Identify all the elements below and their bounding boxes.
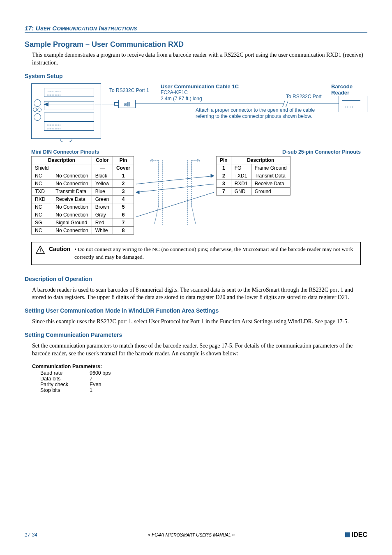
system-setup-diagram: ▫▫▫▫▫▫▫▫▫▫▫▫▫▫▫▫▫▫ ▫▫▫▫▫▫▫▫▫▫▫▫▫▫▫▫▫▫ To… [31,83,367,145]
svg-text:!: ! [39,247,41,253]
table-row: NCNo ConnectionGray6 [32,211,134,219]
pinout-wiring-icon [134,156,216,230]
dsub25-title: D-sub 25-pin Connector Pinouts [282,149,361,155]
plc-slot-icon [44,113,94,122]
page-footer: 17-34 « FC4A MICROSMART USER'S MANUAL » … [25,531,367,539]
chapter-title: USER COMMUNICATION INSTRUCTIONS [36,25,137,32]
list-item: Parity checkEven [40,382,367,387]
connector-box-icon: ⊞||| [118,100,136,108]
svg-marker-3 [136,191,139,194]
desc-op-body: A barcode reader is used to scan barcode… [32,286,367,302]
setting-comm-body: Set the communication parameters to matc… [32,342,367,358]
plc-slot-icon [44,101,94,110]
list-item: Stop bits1 [40,387,367,393]
table-row: NCNo ConnectionBlack1 [32,172,134,180]
table-row: 3RXD1Receive Data [217,180,291,187]
barcode-reader-icon: ▫▫▫▫ [339,96,367,112]
mini-din-title: Mini DIN Connector Pinouts [31,149,99,155]
port-small-circle-icon [37,108,42,112]
cable-break-icon [284,101,289,107]
caution-icon: ! [36,246,45,255]
desc-op-title: Description of Operation [25,276,367,282]
list-item: Baud rate9600 bps [40,370,367,376]
col-pin: Pin [217,156,231,164]
col-pin: Pin [113,156,134,164]
setting-mode-body: Since this example uses the RS232C port … [32,318,367,326]
svg-line-0 [136,176,214,184]
plc-slot-icon: ▫▫▫▫▫▫▫▫▫▫▫▫▫▫▫▫▫▫ [44,122,94,131]
table-row: 7GNDGround [217,187,291,195]
table-row: Shield—Cover [32,164,134,172]
table-row: NCNo ConnectionWhite8 [32,226,134,234]
table-row: NCNo ConnectionBrown5 [32,203,134,211]
cable-len-label: 2.4m (7.87 ft.) long [161,96,202,101]
page-number: 17-34 [25,532,37,538]
to-port-label: To RS232C Port [286,94,322,99]
plc-box-icon: ▫▫▫▫▫▫▫▫▫▫▫▫▫▫▫▫▫▫ ▫▫▫▫▫▫▫▫▫▫▫▫▫▫▫▫▫▫ [31,83,101,139]
table-row: RXDReceive DataGreen4 [32,195,134,203]
cable-line-icon [136,104,284,104]
barcode-title-label: Barcode Reader [331,83,367,96]
intro-paragraph: This example demonstrates a program to r… [32,51,367,67]
caution-box: ! Caution • Do not connect any wiring to… [31,242,361,265]
system-setup-title: System Setup [25,73,367,79]
arrow-left-icon [44,102,48,106]
plc-feet-icon [60,139,72,142]
diagram-note: Attach a proper connector to the open en… [196,107,319,120]
mini-din-table: Description Color Pin Shield—Cover NCNo … [31,156,134,235]
comm-params: Communication Parameters: Baud rate9600 … [32,364,367,393]
cable-pn-label: FC2A-KP1C [161,90,188,95]
dsub25-table: Pin Description 1FGFrame Ground 2TXD1Tra… [216,156,291,196]
cable-title-label: User Communication Cable 1C [161,83,239,90]
footer-title: « FC4A MICROSMART USER'S MANUAL » [148,532,235,538]
comm-params-heading: Communication Parameters: [32,364,367,369]
col-color: Color [92,156,113,164]
port-circle-icon [34,113,41,121]
chapter-number: 17: [25,25,34,32]
main-title: Sample Program – User Communication RXD [25,40,367,49]
plc-slot-icon: ▫▫▫▫▫▫▫▫▫▫▫▫▫▫▫▫▫▫ [44,88,94,97]
svg-marker-1 [211,174,214,177]
svg-line-2 [136,184,214,192]
port-small-circle-icon [33,108,37,112]
table-row: 2TXD1Transmit Data [217,172,291,180]
to-port1-label: To RS232C Port 1 [109,88,149,93]
table-row: SGSignal GroundRed7 [32,219,134,226]
setting-mode-title: Setting User Communication Mode in WindL… [25,307,367,314]
table-row: TXDTransmit DataBlue3 [32,187,134,195]
idec-logo: IDEC [345,531,367,539]
idec-text: IDEC [352,531,367,539]
cable-line-icon [48,104,114,104]
caution-label: Caution [49,246,70,252]
col-description: Description [231,156,290,164]
col-description: Description [32,156,92,164]
pinout-section: Mini DIN Connector Pinouts D-sub 25-pin … [31,149,361,235]
cable-line-icon [289,104,339,104]
port-circle-icon [34,99,41,107]
caution-text: • Do not connect any wiring to the NC (n… [74,246,356,261]
setting-comm-title: Setting Communication Parameters [25,332,367,338]
idec-square-icon [345,532,350,537]
svg-line-4 [136,192,214,217]
table-row: NCNo ConnectionYellow2 [32,180,134,187]
list-item: Data bits7 [40,376,367,382]
chapter-header: 17: USER COMMUNICATION INSTRUCTIONS [25,25,367,33]
table-row: 1FGFrame Ground [217,164,291,172]
connector-stub-icon [114,102,118,106]
